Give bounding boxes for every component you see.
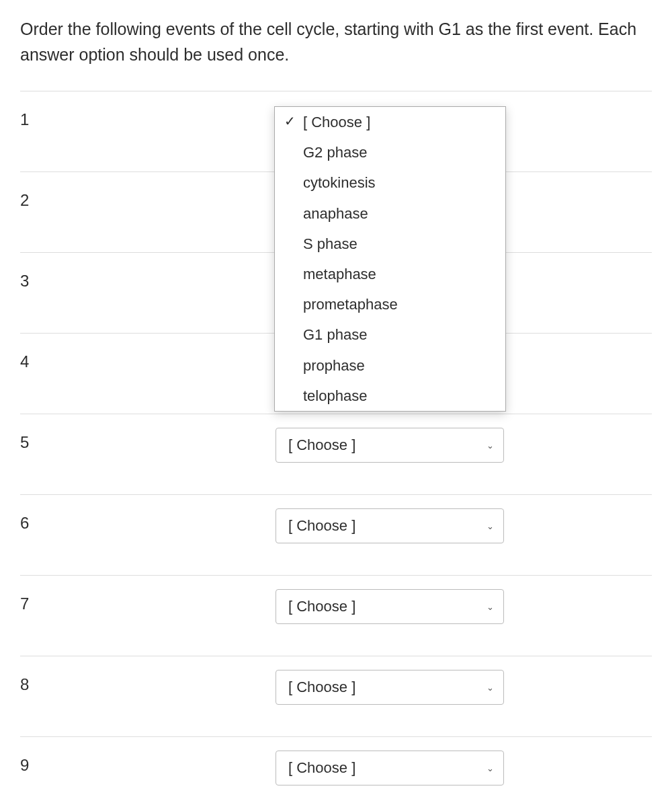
dropdown-option[interactable]: anaphase (275, 198, 505, 229)
select-cell: [ Choose ] ⌄ (276, 508, 504, 543)
row-label: 5 (20, 428, 276, 452)
dropdown-option[interactable]: prometaphase (275, 289, 505, 319)
select-value: [ Choose ] (288, 679, 355, 695)
dropdown-option[interactable]: G1 phase (275, 319, 505, 350)
chevron-down-icon: ⌄ (487, 602, 494, 612)
row-label: 8 (20, 670, 276, 694)
select-cell: [ Choose ] ⌄ (276, 589, 504, 624)
table-row: 8 [ Choose ] ⌄ (20, 656, 652, 737)
table-row: 6 [ Choose ] ⌄ (20, 495, 652, 576)
choose-select[interactable]: [ Choose ] ⌄ (276, 428, 504, 463)
row-label: 6 (20, 508, 276, 533)
dropdown-menu[interactable]: [ Choose ] G2 phase cytokinesis anaphase… (274, 106, 506, 412)
chevron-down-icon: ⌄ (487, 683, 494, 693)
select-value: [ Choose ] (288, 517, 355, 534)
select-value: [ Choose ] (288, 598, 355, 615)
dropdown-option[interactable]: cytokinesis (275, 167, 505, 198)
question-text: Order the following events of the cell c… (20, 17, 652, 67)
row-label: 3 (20, 266, 276, 291)
row-label: 4 (20, 347, 276, 371)
table-row: 7 [ Choose ] ⌄ (20, 576, 652, 656)
choose-select[interactable]: [ Choose ] ⌄ (276, 751, 504, 785)
dropdown-option[interactable]: S phase (275, 229, 505, 259)
select-cell: [ Choose ] ⌄ (276, 751, 504, 785)
dropdown-option[interactable]: G2 phase (275, 137, 505, 167)
dropdown-option-selected[interactable]: [ Choose ] (275, 107, 505, 137)
choose-select[interactable]: [ Choose ] ⌄ (276, 589, 504, 624)
dropdown-option[interactable]: prophase (275, 350, 505, 381)
select-value: [ Choose ] (288, 436, 355, 453)
dropdown-option[interactable]: metaphase (275, 259, 505, 289)
row-label: 2 (20, 186, 276, 210)
row-label: 9 (20, 751, 276, 775)
select-cell: [ Choose ] ⌄ (276, 428, 504, 463)
row-label: 7 (20, 589, 276, 613)
chevron-down-icon: ⌄ (487, 440, 494, 451)
select-cell: [ Choose ] ⌄ (276, 670, 504, 705)
row-label: 1 (20, 105, 276, 129)
chevron-down-icon: ⌄ (487, 521, 494, 531)
choose-select[interactable]: [ Choose ] ⌄ (276, 670, 504, 705)
table-row: 9 [ Choose ] ⌄ (20, 737, 652, 807)
select-value: [ Choose ] (288, 759, 355, 776)
chevron-down-icon: ⌄ (487, 763, 494, 773)
table-row: 5 [ Choose ] ⌄ (20, 414, 652, 495)
dropdown-option[interactable]: telophase (275, 381, 505, 411)
choose-select[interactable]: [ Choose ] ⌄ (276, 508, 504, 543)
